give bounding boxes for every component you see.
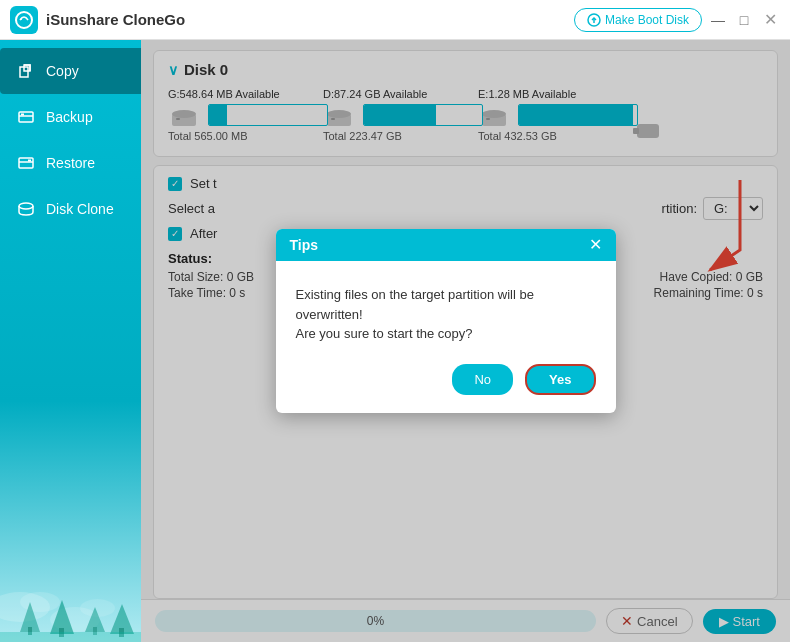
title-bar: iSunshare CloneGo Make Boot Disk — □ ✕ [0, 0, 790, 40]
dialog-close-button[interactable]: ✕ [589, 237, 602, 253]
sidebar-disk-clone-label: Disk Clone [46, 201, 114, 217]
dialog-footer: No Yes [276, 364, 616, 413]
make-boot-disk-button[interactable]: Make Boot Disk [574, 8, 702, 32]
svg-rect-5 [21, 114, 24, 116]
sidebar-item-disk-clone[interactable]: Disk Clone [0, 186, 141, 232]
svg-point-9 [19, 203, 33, 209]
app-logo [10, 6, 38, 34]
sidebar-item-restore[interactable]: Restore [0, 140, 141, 186]
content-area: ∨ Disk 0 G:548.64 MB Available [141, 40, 790, 642]
dialog-message-line2: Are you sure to start the copy? [296, 324, 596, 344]
arrow-annotation [640, 170, 760, 310]
sidebar-restore-label: Restore [46, 155, 95, 171]
minimize-button[interactable]: — [708, 10, 728, 30]
backup-icon [16, 107, 36, 127]
svg-rect-8 [28, 160, 31, 162]
dialog-message-line1: Existing files on the target partition w… [296, 285, 596, 324]
sidebar-copy-label: Copy [46, 63, 79, 79]
make-boot-label: Make Boot Disk [605, 13, 689, 27]
sidebar: Copy Backup Restore [0, 40, 141, 642]
disk-clone-icon [16, 199, 36, 219]
sidebar-item-copy[interactable]: Copy [0, 48, 141, 94]
dialog-header: Tips ✕ [276, 229, 616, 261]
tips-dialog: Tips ✕ Existing files on the target part… [276, 229, 616, 413]
close-button[interactable]: ✕ [760, 10, 780, 30]
maximize-button[interactable]: □ [734, 10, 754, 30]
app-title: iSunshare CloneGo [46, 11, 185, 28]
copy-icon [16, 61, 36, 81]
title-bar-right: Make Boot Disk — □ ✕ [574, 8, 780, 32]
restore-icon [16, 153, 36, 173]
title-bar-left: iSunshare CloneGo [10, 6, 185, 34]
svg-point-0 [16, 12, 32, 28]
sidebar-backup-label: Backup [46, 109, 93, 125]
boot-disk-icon [587, 13, 601, 27]
dialog-yes-button[interactable]: Yes [525, 364, 595, 395]
dialog-body: Existing files on the target partition w… [276, 261, 616, 364]
dialog-title: Tips [290, 237, 319, 253]
main-layout: Copy Backup Restore [0, 40, 790, 642]
dialog-no-button[interactable]: No [452, 364, 513, 395]
sidebar-decoration [0, 572, 141, 642]
svg-rect-18 [0, 632, 141, 642]
dialog-overlay: Tips ✕ Existing files on the target part… [141, 40, 790, 642]
sidebar-clouds [0, 562, 141, 642]
sidebar-item-backup[interactable]: Backup [0, 94, 141, 140]
